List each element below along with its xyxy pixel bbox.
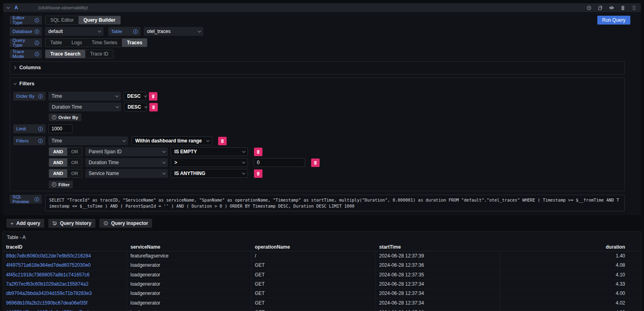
remove-filter-button[interactable]	[254, 148, 262, 156]
eye-icon[interactable]	[609, 5, 614, 10]
collapse-row-chevron-icon[interactable]	[6, 5, 10, 8]
table-cell-servicename: loadgenerator	[127, 298, 252, 307]
info-icon[interactable]: i	[38, 94, 43, 99]
filter-field-select[interactable]: Time	[48, 136, 128, 145]
order-by-direction-select[interactable]: DESC	[124, 92, 146, 101]
table-cell-operationname: GET	[252, 270, 376, 279]
trace-id-link[interactable]: 1887794f7eaa6037d0e2a4579bcd7acb	[6, 309, 90, 311]
trace-id-link[interactable]: 96968b10fa2b2c1590bc67dea06ef35f	[6, 300, 87, 306]
trace-id-option[interactable]: Trace ID	[85, 50, 114, 58]
record-icon[interactable]	[586, 5, 592, 10]
copy-icon[interactable]	[597, 5, 603, 10]
filter-operator-select[interactable]: >	[171, 158, 248, 167]
chevron-right-icon	[13, 66, 16, 69]
column-header-duration[interactable]: duration	[500, 243, 641, 251]
boolean-toggle: AND OR	[49, 169, 83, 178]
filters-section-header[interactable]: Filters	[13, 80, 621, 88]
query-type-logs[interactable]: Logs	[67, 39, 87, 47]
query-type-traces[interactable]: Traces	[122, 39, 147, 47]
columns-section-header[interactable]: Columns	[13, 64, 621, 72]
filter-field-select[interactable]: Service Name	[85, 169, 168, 178]
table-cell-servicename: loadgenerator	[127, 261, 252, 270]
boolean-toggle: AND OR	[49, 147, 83, 156]
trace-id-link[interactable]: 4f497571a618e364ed7ded60752030e0	[6, 262, 91, 268]
trace-id-link[interactable]: db9704a2bbda34204d159c71b78283e3	[6, 290, 92, 296]
trace-id-link[interactable]: 89dc7e8c6060c0d12de7e9b50c216284	[6, 253, 91, 259]
order-by-field-select[interactable]: Duration Time	[49, 103, 121, 111]
query-builder-option[interactable]: Query Builder	[78, 16, 120, 24]
order-by-field-select[interactable]: Time	[48, 92, 121, 101]
table-row: 89dc7e8c6060c0d12de7e9b50c216284featuref…	[3, 251, 641, 261]
limit-input[interactable]	[48, 124, 72, 133]
add-query-button[interactable]: + Add query	[6, 219, 44, 228]
add-order-by-row: + Order By	[13, 113, 621, 121]
trash-icon	[151, 94, 155, 99]
plus-circle-icon: +	[52, 182, 56, 187]
query-inspector-button[interactable]: Query inspector	[99, 219, 152, 228]
filter-value-input[interactable]	[254, 158, 305, 167]
and-option[interactable]: AND	[49, 159, 67, 167]
columns-section: Columns	[10, 61, 625, 74]
info-icon[interactable]: i	[38, 127, 43, 131]
sql-editor-option[interactable]: SQL Editor	[45, 16, 78, 24]
trace-mode-group: Trace Search Trace ID	[45, 49, 114, 58]
query-history-button[interactable]: Query history	[48, 219, 95, 228]
remove-filter-button[interactable]	[218, 137, 227, 145]
info-icon[interactable]: i	[35, 29, 39, 34]
run-query-button[interactable]: Run Query	[597, 16, 630, 25]
filter-field-select[interactable]: Parent Span ID	[85, 147, 168, 156]
remove-filter-button[interactable]	[254, 169, 262, 178]
table-cell-servicename: loadgenerator	[127, 280, 252, 288]
trash-icon[interactable]	[620, 5, 625, 10]
info-icon[interactable]: i	[38, 139, 43, 143]
trace-id-link[interactable]: 7a2f07ecf63c60b1029ab2ac155874a2	[6, 281, 89, 287]
drag-handle-icon[interactable]	[631, 5, 637, 10]
and-option[interactable]: AND	[49, 148, 67, 156]
query-editor-body: Editor Typei SQL Editor Query Builder Ru…	[3, 12, 641, 215]
table-row: 4f45c21918c73698057a8b1c741657c6loadgene…	[3, 270, 641, 280]
remove-order-by-button[interactable]	[149, 92, 157, 101]
or-option[interactable]: OR	[67, 169, 82, 177]
database-select[interactable]: default	[45, 27, 103, 36]
trace-search-option[interactable]: Trace Search	[45, 50, 85, 58]
remove-filter-button[interactable]	[311, 159, 320, 167]
plus-icon: +	[10, 221, 14, 226]
info-icon[interactable]: i	[35, 18, 39, 23]
column-header-traceid[interactable]: traceID	[3, 243, 127, 251]
add-order-by-button[interactable]: + Order By	[49, 113, 81, 121]
filters-section: Filters Order Byi Time DESC	[10, 77, 625, 191]
table-select[interactable]: otel_traces	[144, 27, 203, 36]
add-filter-button[interactable]: + Filter	[49, 181, 73, 188]
or-option[interactable]: OR	[67, 159, 82, 167]
order-by-direction-select[interactable]: DESC	[124, 103, 147, 111]
plus-circle-icon: +	[52, 115, 56, 119]
table-header: traceID serviceName operationName startT…	[3, 243, 641, 251]
table-cell-duration: 1.40	[500, 251, 641, 260]
table-cell-duration: 4.33	[500, 280, 641, 288]
trace-id-link[interactable]: 4f45c21918c73698057a8b1c741657c6	[6, 272, 90, 278]
table-cell-operationname: GET	[252, 298, 376, 307]
filter-operator-select[interactable]: IS EMPTY	[171, 147, 248, 156]
table-cell-operationname: /	[252, 251, 376, 260]
table-cell-starttime: 2024-06-28 12:37:34	[376, 280, 500, 288]
info-icon[interactable]: i	[133, 29, 138, 34]
filter-operator-select[interactable]: Within dashboard time range	[132, 136, 212, 145]
or-option[interactable]: OR	[67, 148, 82, 156]
remove-order-by-button[interactable]	[149, 103, 158, 111]
query-row-actions	[586, 5, 637, 10]
query-type-table[interactable]: Table	[45, 39, 67, 47]
filter-condition-row: AND OR Service Name IS ANYTHING	[13, 169, 621, 178]
filter-field-select[interactable]: Duration Time	[85, 158, 168, 167]
column-header-operationname[interactable]: operationName	[252, 243, 376, 251]
column-header-servicename[interactable]: serviceName	[127, 243, 252, 251]
column-header-starttime[interactable]: startTime	[376, 243, 500, 251]
table-cell-duration: 4.00	[500, 289, 641, 298]
filter-operator-select[interactable]: IS ANYTHING	[171, 169, 248, 178]
query-type-timeseries[interactable]: Time Series	[87, 39, 122, 47]
info-icon[interactable]: i	[35, 52, 39, 56]
and-option[interactable]: AND	[49, 169, 67, 177]
info-icon[interactable]: i	[35, 41, 39, 45]
table-cell-traceid: db9704a2bbda34204d159c71b78283e3	[3, 289, 127, 298]
info-icon[interactable]: i	[35, 197, 39, 202]
trace-mode-row: Trace Modei Trace Search Trace ID	[10, 49, 625, 58]
